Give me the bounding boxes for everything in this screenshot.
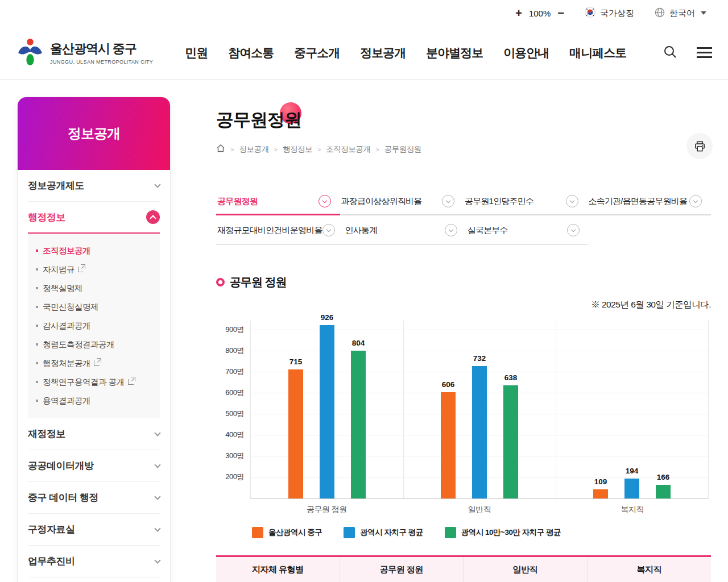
sidebar-item-label: 재정정보	[28, 427, 65, 440]
chart-plot: 200명300명400명500명600명700명800명900명71592680…	[250, 321, 709, 499]
x-axis-category-label: 일반직	[403, 505, 556, 515]
zoom-out-button[interactable]: −	[557, 7, 564, 19]
chart-x-labels: 공무원 정원일반직복지직	[250, 505, 709, 515]
chevron-down-icon	[154, 430, 160, 436]
language-selector[interactable]: 한국어	[655, 7, 706, 19]
search-button[interactable]	[663, 44, 677, 61]
y-axis-tick-label: 300명	[225, 451, 244, 461]
bar-value-label: 606	[442, 380, 455, 389]
sidebar-item-gift-card-purchases[interactable]: 상품권 구매내역	[28, 577, 160, 582]
chevron-down-circle-icon	[318, 195, 331, 207]
y-axis-tick-label: 700명	[225, 367, 244, 377]
legend-item: 울산광역시 중구	[252, 527, 322, 538]
bar-value-label: 804	[352, 339, 365, 347]
site-header: 울산광역시 중구 JUNGGU, ULSAN METROPOLITAN CITY…	[0, 26, 728, 80]
breadcrumb-separator: >	[274, 146, 277, 153]
submenu-item-service-results[interactable]: 용역결과공개	[36, 392, 152, 410]
breadcrumb: > 정보공개 > 행정정보 > 조직정보공개 > 공무원정원	[216, 144, 421, 155]
logo-title: 울산광역시 중구	[50, 40, 153, 57]
tab-personnel-cost-ratio[interactable]: 재정규모대비인건비운영비율	[216, 215, 344, 245]
home-icon[interactable]	[216, 144, 225, 155]
nav-item-minwon[interactable]: 민원	[185, 45, 208, 61]
sidebar-item-financial-info[interactable]: 재정정보	[28, 418, 160, 450]
table-header-general: 일반직	[464, 557, 588, 582]
page-title: 공무원정원	[216, 108, 301, 132]
chevron-down-circle-icon	[442, 195, 454, 207]
y-axis-tick-label: 400명	[225, 430, 244, 440]
submenu-item-audit-results[interactable]: 감사결과공개	[36, 317, 152, 335]
submenu-item-policy-real-name[interactable]: 정책실명제	[36, 279, 152, 298]
tab-bureau-count[interactable]: 실국본부수	[466, 215, 589, 245]
top-utility-bar: + 100% − 국가상징 한국어	[0, 0, 728, 26]
tab-hr-statistics[interactable]: 인사통계	[344, 215, 466, 245]
print-button[interactable]	[686, 133, 713, 159]
bar-metro-100k-300k-avg: 638	[503, 385, 518, 498]
sidebar-item-admin-info[interactable]: 행정정보	[28, 202, 160, 234]
submenu-item-admin-disposition[interactable]: 행정처분공개	[36, 354, 152, 373]
nav-item-manifesto[interactable]: 매니페스토	[569, 45, 626, 61]
submenu-item-local-laws[interactable]: 자치법규	[36, 260, 152, 279]
chevron-down-circle-icon	[445, 224, 457, 236]
text-zoom-controls: + 100% −	[515, 7, 564, 19]
submenu-item-org-info-disclosure[interactable]: 조직정보공개	[36, 242, 152, 260]
nav-item-field-info[interactable]: 분야별정보	[426, 45, 483, 61]
bar-value-label: 926	[321, 313, 334, 322]
legend-label: 광역시 10만~30만 자치구 평균	[461, 527, 561, 538]
bar-value-label: 109	[594, 477, 607, 486]
language-label: 한국어	[669, 8, 695, 19]
sidebar-item-label: 정보공개제도	[28, 179, 84, 192]
sidebar-item-label: 행정정보	[28, 211, 65, 224]
chevron-down-icon	[154, 557, 160, 563]
chevron-down-circle-icon	[689, 195, 702, 207]
bar-value-label: 166	[657, 473, 670, 481]
chevron-down-circle-icon	[566, 195, 578, 207]
breadcrumb-item-org-info-disclosure[interactable]: 조직정보공개	[326, 144, 370, 155]
tab-senior-position-ratio[interactable]: 과장급이상상위직비율	[340, 188, 464, 214]
chevron-down-circle-icon	[322, 224, 335, 236]
chevron-down-icon	[154, 493, 160, 500]
nav-item-about-junggu[interactable]: 중구소개	[294, 45, 340, 61]
nav-item-participation[interactable]: 참여소통	[228, 45, 274, 61]
nav-item-usage-guide[interactable]: 이용안내	[503, 45, 549, 61]
submenu-item-citizen-request-real-name[interactable]: 국민신청실명제	[36, 298, 152, 317]
korea-flag-icon	[585, 7, 595, 19]
tab-agency-official-ratio[interactable]: 소속기관/읍면동공무원비율	[588, 188, 712, 214]
breadcrumb-item-admin-info[interactable]: 행정정보	[283, 144, 312, 155]
section-title: 공무원 정원	[230, 275, 287, 290]
legend-item: 광역시 자치구 평균	[344, 527, 423, 538]
sidebar-item-work-expenses[interactable]: 업무추진비	[28, 546, 160, 577]
sidebar-item-junggu-data-admin[interactable]: 중구 데이터 행정	[28, 482, 160, 514]
tab-residents-per-official[interactable]: 공무원1인당주민수	[464, 188, 588, 214]
zoom-in-button[interactable]: +	[515, 7, 522, 19]
legend-item: 광역시 10만~30만 자치구 평균	[445, 527, 561, 538]
bar-group: 715926804	[251, 321, 403, 498]
site-logo[interactable]: 울산광역시 중구 JUNGGU, ULSAN METROPOLITAN CITY	[17, 38, 153, 68]
bar-metro-100k-300k-avg: 166	[656, 485, 671, 498]
bar-metro-avg: 194	[624, 479, 639, 498]
sidebar-item-info-disclosure-system[interactable]: 정보공개제도	[28, 170, 160, 202]
submenu-item-policy-research-results[interactable]: 정책연구용역결과 공개	[36, 373, 152, 392]
bar-junggu: 109	[593, 489, 608, 498]
chevron-down-icon	[701, 11, 706, 15]
legend-swatch-icon	[344, 527, 355, 538]
bar-junggu: 715	[288, 369, 303, 498]
bar-value-label: 715	[289, 357, 303, 366]
table-header-quota: 공무원 정원	[340, 557, 464, 582]
chevron-up-icon	[146, 210, 160, 224]
chart-legend: 울산광역시 중구광역시 자치구 평균광역시 10만~30만 자치구 평균	[252, 527, 561, 538]
national-symbol-link[interactable]: 국가상징	[585, 7, 634, 19]
sidebar: 정보공개 정보공개제도 행정정보 조직정보공개 자치법규 정책실명제 국민신청실…	[17, 97, 171, 582]
breadcrumb-item-current: 공무원정원	[384, 144, 421, 155]
breadcrumb-separator: >	[317, 146, 321, 153]
submenu-item-integrity-results[interactable]: 청렴도측정결과공개	[36, 335, 152, 354]
menu-button[interactable]	[697, 44, 712, 61]
sidebar-item-district-archive[interactable]: 구정자료실	[28, 514, 160, 546]
sidebar-item-public-data[interactable]: 공공데이터개방	[28, 450, 160, 482]
breadcrumb-item-info-disclosure[interactable]: 정보공개	[239, 144, 268, 155]
breadcrumb-separator: >	[375, 146, 379, 153]
table-header-welfare: 복지직	[588, 557, 712, 582]
nav-item-info-disclosure[interactable]: 정보공개	[360, 45, 406, 61]
tab-civil-servant-quota[interactable]: 공무원정원	[216, 188, 340, 214]
main-nav: 민원 참여소통 중구소개 정보공개 분야별정보 이용안내 매니페스토	[185, 45, 626, 61]
admin-info-submenu: 조직정보공개 자치법규 정책실명제 국민신청실명제 감사결과공개 청렴도측정결과…	[28, 234, 160, 418]
